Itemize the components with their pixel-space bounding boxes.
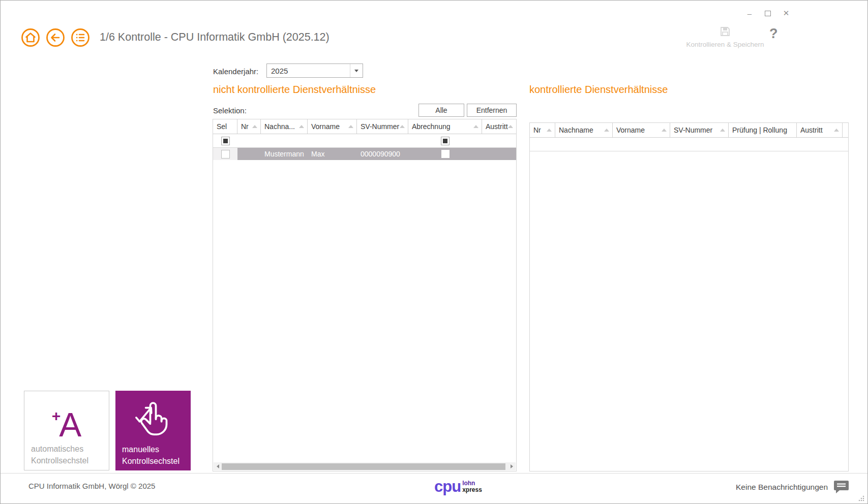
window-controls: – ✕ bbox=[744, 9, 791, 18]
column-label: Nr bbox=[533, 126, 541, 134]
tile-automatisches-kontrollsechstel[interactable]: +A automatisches Kontrollsechstel bbox=[24, 391, 109, 470]
cpu-lohnxpress-logo: cpu lohn xpress bbox=[434, 478, 482, 495]
home-icon[interactable] bbox=[21, 28, 40, 47]
scroll-right-button[interactable] bbox=[507, 462, 516, 470]
column-header-sv-nummer[interactable]: SV-Nummer bbox=[670, 123, 729, 137]
chevron-down-icon bbox=[354, 70, 358, 72]
menu-list-icon[interactable] bbox=[71, 28, 90, 47]
year-value: 2025 bbox=[267, 64, 350, 77]
selection-label: Selektion: bbox=[213, 106, 247, 115]
footer-copyright: CPU Informatik GmbH, Wörgl © 2025 bbox=[28, 482, 155, 490]
tile-label-line2: Kontrollsechstel bbox=[31, 455, 88, 466]
column-label: Sel bbox=[217, 122, 227, 131]
nav-toolbar bbox=[21, 28, 90, 47]
sort-asc-icon bbox=[662, 129, 667, 132]
sort-asc-icon bbox=[473, 125, 478, 128]
page-title: 1/6 Kontrolle - CPU Informatik GmbH (202… bbox=[100, 31, 330, 44]
grid-header-row: Nr Nachname Vorname SV-Nummer Prüfung | … bbox=[530, 123, 848, 138]
sort-asc-icon bbox=[604, 129, 609, 132]
column-header-sel[interactable]: Sel bbox=[213, 119, 237, 134]
column-header-abrechnung[interactable]: Abrechnung bbox=[408, 119, 482, 134]
column-label: Austritt bbox=[800, 126, 823, 134]
sort-asc-icon bbox=[252, 125, 257, 128]
sort-asc-icon bbox=[834, 129, 839, 132]
close-button[interactable]: ✕ bbox=[781, 9, 791, 18]
horizontal-scrollbar[interactable] bbox=[214, 462, 516, 470]
logo-xpress-text: xpress bbox=[462, 487, 482, 493]
back-icon[interactable] bbox=[46, 28, 65, 47]
controlled-grid: Nr Nachname Vorname SV-Nummer Prüfung | … bbox=[529, 122, 849, 471]
notification-area[interactable]: Keine Benachrichtigungen bbox=[736, 480, 849, 494]
maximize-button[interactable] bbox=[763, 9, 773, 18]
row-abrechnung-checkbox[interactable] bbox=[441, 150, 450, 158]
cell-nr bbox=[237, 148, 261, 160]
sort-asc-icon bbox=[508, 125, 513, 128]
indeterminate-mark bbox=[223, 139, 228, 143]
save-command[interactable]: Kontrollieren & Speichern bbox=[682, 26, 768, 48]
notification-text: Keine Benachrichtigungen bbox=[736, 483, 828, 492]
right-panel-heading: kontrollierte Dienstverhältnisse bbox=[529, 84, 668, 96]
triangle-left-icon bbox=[217, 464, 219, 468]
column-label: Prüfung | Rollung bbox=[732, 126, 787, 134]
column-header-vorname[interactable]: Vorname bbox=[308, 119, 357, 134]
touch-hand-icon bbox=[132, 397, 174, 439]
column-header-nr[interactable]: Nr bbox=[530, 123, 555, 137]
column-header-nachname[interactable]: Nachname bbox=[555, 123, 613, 137]
column-label: Nr bbox=[241, 122, 249, 131]
column-label: Nachna... bbox=[264, 122, 295, 131]
column-label: Austritt bbox=[486, 122, 508, 131]
grid-header-row: Sel Nr Nachna... Vorname SV-Nummer Abrec… bbox=[213, 119, 516, 134]
cell-sv-nummer: 0000090900 bbox=[357, 148, 408, 160]
empty-row bbox=[530, 138, 848, 151]
column-header-sv-nummer[interactable]: SV-Nummer bbox=[357, 119, 408, 134]
application-window: – ✕ 1/6 Kontrolle - CPU Informatik GmbH … bbox=[0, 0, 868, 504]
remove-button[interactable]: Entfernen bbox=[467, 104, 517, 117]
year-label: Kalenderjahr: bbox=[213, 67, 258, 76]
cell-austritt bbox=[482, 148, 516, 160]
column-header-nr[interactable]: Nr bbox=[237, 119, 261, 134]
sort-asc-icon bbox=[720, 129, 725, 132]
left-panel-heading: nicht kontrollierte Dienstverhältnisse bbox=[213, 84, 376, 96]
sort-asc-icon bbox=[348, 125, 353, 128]
uncontrolled-grid: Sel Nr Nachna... Vorname SV-Nummer Abrec… bbox=[213, 119, 517, 471]
header-filler bbox=[843, 123, 848, 137]
column-header-pruefung-rollung[interactable]: Prüfung | Rollung bbox=[729, 123, 797, 137]
cell-vorname: Max bbox=[308, 148, 357, 160]
tile-label-line1: automatisches bbox=[31, 443, 88, 455]
column-header-vorname[interactable]: Vorname bbox=[613, 123, 670, 137]
save-floppy-icon bbox=[720, 26, 731, 37]
grid-filter-row bbox=[213, 134, 516, 148]
row-sel-checkbox[interactable] bbox=[221, 150, 230, 159]
column-header-austritt[interactable]: Austritt bbox=[797, 123, 843, 137]
help-icon[interactable]: ? bbox=[769, 26, 778, 42]
table-row[interactable]: Mustermann Max 0000090900 bbox=[213, 148, 516, 160]
sort-asc-icon bbox=[299, 125, 304, 128]
scroll-left-button[interactable] bbox=[214, 462, 222, 470]
logo-cpu-text: cpu bbox=[434, 478, 461, 495]
column-header-nachname[interactable]: Nachna... bbox=[261, 119, 308, 134]
maximize-icon bbox=[765, 11, 771, 16]
column-label: Vorname bbox=[311, 122, 340, 131]
filter-abrechnung-checkbox[interactable] bbox=[441, 137, 450, 145]
sort-asc-icon bbox=[547, 129, 552, 132]
tile-manuelles-kontrollsechstel[interactable]: manuelles Kontrollsechstel bbox=[115, 391, 191, 470]
tile-label-line2: Kontrollsechstel bbox=[122, 455, 179, 467]
auto-text-icon: +A bbox=[24, 398, 109, 443]
column-header-austritt[interactable]: Austritt bbox=[482, 119, 516, 134]
combobox-dropdown-button[interactable] bbox=[350, 64, 363, 77]
filter-sel-checkbox[interactable] bbox=[221, 137, 230, 145]
triangle-right-icon bbox=[511, 464, 513, 468]
column-label: Vorname bbox=[616, 126, 645, 134]
sort-asc-icon bbox=[400, 125, 405, 128]
cell-nachname: Mustermann bbox=[261, 148, 308, 160]
resize-grip[interactable] bbox=[857, 494, 865, 502]
scrollbar-thumb[interactable] bbox=[222, 463, 505, 470]
indeterminate-mark bbox=[443, 139, 447, 143]
year-combobox[interactable]: 2025 bbox=[266, 64, 363, 78]
footer-separator bbox=[1, 473, 867, 474]
select-all-button[interactable]: Alle bbox=[418, 104, 464, 117]
column-label: Abrechnung bbox=[412, 122, 451, 131]
save-label: Kontrollieren & Speichern bbox=[682, 41, 768, 48]
chat-bubble-icon[interactable] bbox=[833, 480, 849, 494]
minimize-button[interactable]: – bbox=[744, 9, 755, 18]
